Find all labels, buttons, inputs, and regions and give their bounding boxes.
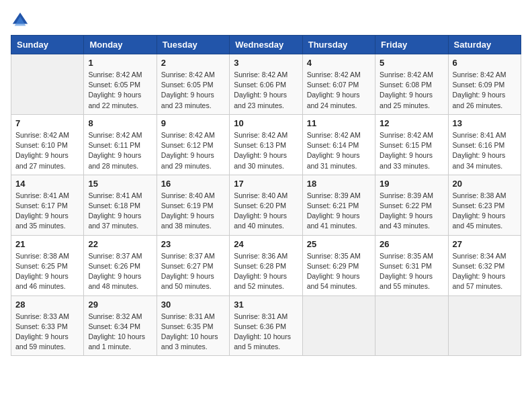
calendar-cell: 28Sunrise: 8:33 AMSunset: 6:33 PMDayligh… (11, 295, 84, 356)
sunset-text: Sunset: 6:27 PM (161, 261, 225, 271)
calendar-cell: 17Sunrise: 8:40 AMSunset: 6:20 PMDayligh… (230, 175, 302, 235)
daylight-text: Daylight: 9 hours and 29 minutes. (161, 150, 225, 171)
day-info: Sunrise: 8:42 AMSunset: 6:11 PMDaylight:… (88, 130, 152, 171)
sunset-text: Sunset: 6:35 PM (161, 322, 225, 332)
calendar-cell: 12Sunrise: 8:42 AMSunset: 6:15 PMDayligh… (375, 114, 448, 175)
day-info: Sunrise: 8:42 AMSunset: 6:14 PMDaylight:… (307, 130, 371, 171)
calendar-week-row: 14Sunrise: 8:41 AMSunset: 6:17 PMDayligh… (11, 175, 521, 235)
calendar-cell: 1Sunrise: 8:42 AMSunset: 6:05 PMDaylight… (84, 54, 157, 115)
logo-icon (11, 11, 30, 30)
day-info: Sunrise: 8:35 AMSunset: 6:29 PMDaylight:… (307, 251, 371, 292)
sunset-text: Sunset: 6:09 PM (453, 80, 517, 90)
day-info: Sunrise: 8:41 AMSunset: 6:18 PMDaylight:… (88, 191, 152, 232)
sunset-text: Sunset: 6:14 PM (307, 140, 371, 150)
day-number: 7 (15, 118, 79, 128)
sunset-text: Sunset: 6:23 PM (453, 201, 517, 211)
daylight-text: Daylight: 9 hours and 30 minutes. (234, 150, 298, 171)
day-number: 23 (161, 239, 225, 249)
daylight-text: Daylight: 9 hours and 54 minutes. (307, 271, 371, 291)
sunset-text: Sunset: 6:05 PM (161, 80, 225, 90)
sunset-text: Sunset: 6:34 PM (88, 322, 152, 332)
day-info: Sunrise: 8:42 AMSunset: 6:05 PMDaylight:… (88, 70, 152, 111)
daylight-text: Daylight: 9 hours and 57 minutes. (453, 271, 517, 291)
sunset-text: Sunset: 6:11 PM (88, 140, 152, 150)
daylight-text: Daylight: 9 hours and 55 minutes. (380, 271, 443, 291)
sunrise-text: Sunrise: 8:42 AM (161, 130, 225, 140)
calendar-cell: 22Sunrise: 8:37 AMSunset: 6:26 PMDayligh… (84, 235, 157, 295)
calendar-cell: 18Sunrise: 8:39 AMSunset: 6:21 PMDayligh… (302, 175, 375, 235)
day-number: 17 (234, 179, 298, 189)
sunrise-text: Sunrise: 8:38 AM (15, 251, 79, 261)
calendar-cell: 5Sunrise: 8:42 AMSunset: 6:08 PMDaylight… (375, 54, 448, 115)
daylight-text: Daylight: 9 hours and 37 minutes. (88, 211, 152, 231)
calendar-cell: 2Sunrise: 8:42 AMSunset: 6:05 PMDaylight… (157, 54, 229, 115)
daylight-text: Daylight: 9 hours and 28 minutes. (88, 150, 152, 171)
calendar-cell: 20Sunrise: 8:38 AMSunset: 6:23 PMDayligh… (448, 175, 521, 235)
calendar-cell: 16Sunrise: 8:40 AMSunset: 6:19 PMDayligh… (157, 175, 229, 235)
daylight-text: Daylight: 9 hours and 24 minutes. (307, 90, 371, 110)
sunrise-text: Sunrise: 8:36 AM (234, 251, 298, 261)
day-number: 16 (161, 179, 225, 189)
sunrise-text: Sunrise: 8:42 AM (307, 70, 371, 80)
sunrise-text: Sunrise: 8:35 AM (380, 251, 443, 261)
sunset-text: Sunset: 6:18 PM (88, 201, 152, 211)
sunset-text: Sunset: 6:33 PM (15, 322, 79, 332)
sunset-text: Sunset: 6:16 PM (453, 140, 517, 150)
daylight-text: Daylight: 10 hours and 5 minutes. (234, 332, 298, 352)
sunset-text: Sunset: 6:19 PM (161, 201, 225, 211)
calendar-cell: 15Sunrise: 8:41 AMSunset: 6:18 PMDayligh… (84, 175, 157, 235)
daylight-text: Daylight: 9 hours and 27 minutes. (15, 150, 79, 171)
sunrise-text: Sunrise: 8:41 AM (88, 191, 152, 201)
day-info: Sunrise: 8:38 AMSunset: 6:23 PMDaylight:… (453, 191, 517, 232)
sunrise-text: Sunrise: 8:31 AM (234, 312, 298, 322)
daylight-text: Daylight: 9 hours and 43 minutes. (380, 211, 443, 231)
calendar-cell (448, 295, 521, 356)
daylight-text: Daylight: 9 hours and 50 minutes. (161, 271, 225, 291)
daylight-text: Daylight: 9 hours and 31 minutes. (307, 150, 371, 171)
weekday-header-monday: Monday (84, 36, 157, 54)
sunrise-text: Sunrise: 8:40 AM (161, 191, 225, 201)
sunrise-text: Sunrise: 8:42 AM (453, 70, 517, 80)
sunrise-text: Sunrise: 8:42 AM (15, 130, 79, 140)
sunrise-text: Sunrise: 8:42 AM (234, 70, 298, 80)
calendar-cell: 6Sunrise: 8:42 AMSunset: 6:09 PMDaylight… (448, 54, 521, 115)
sunrise-text: Sunrise: 8:42 AM (161, 70, 225, 80)
calendar-cell: 24Sunrise: 8:36 AMSunset: 6:28 PMDayligh… (230, 235, 302, 295)
daylight-text: Daylight: 10 hours and 3 minutes. (161, 332, 225, 352)
sunrise-text: Sunrise: 8:33 AM (15, 312, 79, 322)
daylight-text: Daylight: 9 hours and 41 minutes. (307, 211, 371, 231)
calendar-cell: 29Sunrise: 8:32 AMSunset: 6:34 PMDayligh… (84, 295, 157, 356)
calendar-week-row: 28Sunrise: 8:33 AMSunset: 6:33 PMDayligh… (11, 295, 521, 356)
calendar-week-row: 7Sunrise: 8:42 AMSunset: 6:10 PMDaylight… (11, 114, 521, 175)
day-number: 27 (453, 239, 517, 249)
day-number: 21 (15, 239, 79, 249)
day-number: 28 (15, 300, 79, 310)
day-number: 14 (15, 179, 79, 189)
day-info: Sunrise: 8:42 AMSunset: 6:09 PMDaylight:… (453, 70, 517, 111)
sunrise-text: Sunrise: 8:35 AM (307, 251, 371, 261)
sunrise-text: Sunrise: 8:32 AM (88, 312, 152, 322)
day-info: Sunrise: 8:37 AMSunset: 6:27 PMDaylight:… (161, 251, 225, 292)
day-number: 5 (380, 58, 443, 68)
day-number: 26 (380, 239, 443, 249)
day-number: 3 (234, 58, 298, 68)
day-info: Sunrise: 8:37 AMSunset: 6:26 PMDaylight:… (88, 251, 152, 292)
calendar-cell: 25Sunrise: 8:35 AMSunset: 6:29 PMDayligh… (302, 235, 375, 295)
calendar-cell: 23Sunrise: 8:37 AMSunset: 6:27 PMDayligh… (157, 235, 229, 295)
daylight-text: Daylight: 9 hours and 48 minutes. (88, 271, 152, 291)
day-info: Sunrise: 8:42 AMSunset: 6:08 PMDaylight:… (380, 70, 443, 111)
day-info: Sunrise: 8:31 AMSunset: 6:36 PMDaylight:… (234, 312, 298, 353)
calendar-cell: 7Sunrise: 8:42 AMSunset: 6:10 PMDaylight… (11, 114, 84, 175)
day-info: Sunrise: 8:39 AMSunset: 6:22 PMDaylight:… (380, 191, 443, 232)
day-info: Sunrise: 8:35 AMSunset: 6:31 PMDaylight:… (380, 251, 443, 292)
sunrise-text: Sunrise: 8:39 AM (307, 191, 371, 201)
weekday-header-friday: Friday (375, 36, 448, 54)
daylight-text: Daylight: 9 hours and 38 minutes. (161, 211, 225, 231)
day-info: Sunrise: 8:42 AMSunset: 6:06 PMDaylight:… (234, 70, 298, 111)
calendar-cell: 31Sunrise: 8:31 AMSunset: 6:36 PMDayligh… (230, 295, 302, 356)
day-number: 11 (307, 118, 371, 128)
weekday-header-thursday: Thursday (302, 36, 375, 54)
day-info: Sunrise: 8:31 AMSunset: 6:35 PMDaylight:… (161, 312, 225, 353)
calendar-cell: 3Sunrise: 8:42 AMSunset: 6:06 PMDaylight… (230, 54, 302, 115)
daylight-text: Daylight: 9 hours and 33 minutes. (380, 150, 443, 171)
